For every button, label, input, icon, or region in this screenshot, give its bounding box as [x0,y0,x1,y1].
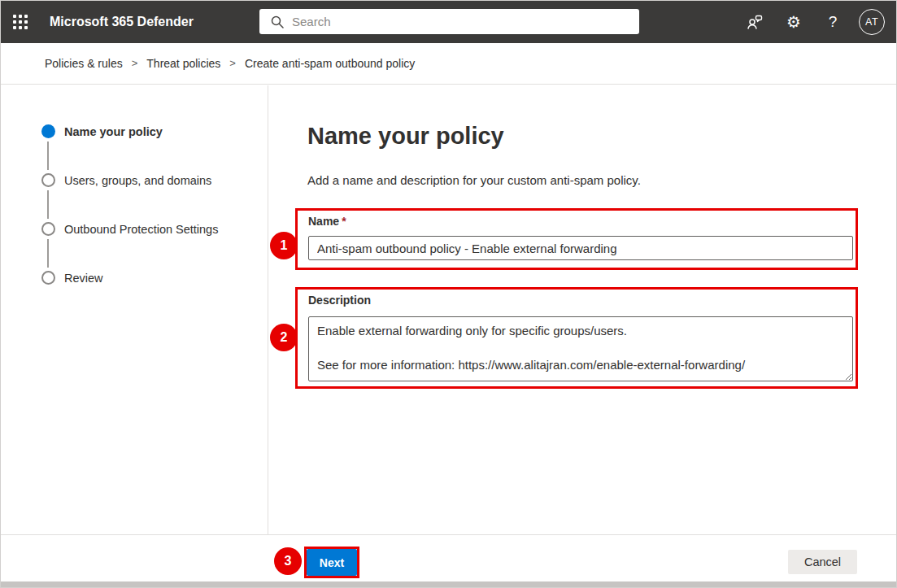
name-field-annotation-box: Name* [295,208,858,270]
footer-divider [1,534,896,535]
feedback-icon[interactable] [735,1,774,43]
breadcrumb-current-page: Create anti-spam outbound policy [245,57,415,70]
top-bar-actions: ⚙ ? AT [735,1,891,43]
page: Microsoft 365 Defender ⚙ ? [0,0,897,588]
policy-description-textarea[interactable]: Enable external forwarding only for spec… [308,316,853,381]
avatar[interactable]: AT [859,9,885,35]
annotation-badge-3: 3 [274,547,302,575]
wizard-step-name-your-policy[interactable]: Name your policy [41,124,163,138]
step-pending-dot-icon [41,222,55,236]
next-button[interactable]: Next [307,549,357,576]
step-connector-line [47,190,49,219]
breadcrumb-separator-icon: > [132,57,138,69]
wizard-step-review[interactable]: Review [41,271,103,285]
next-button-annotation-box: Next [304,547,359,578]
app-launcher-icon[interactable] [1,1,40,43]
breadcrumb: Policies & rules > Threat policies > Cre… [1,43,896,85]
page-subtitle: Add a name and description for your cust… [307,173,641,187]
step-connector-line [47,239,49,268]
annotation-badge-1: 1 [270,232,298,259]
search-icon [271,15,284,28]
step-active-dot-icon [41,124,55,138]
description-field-label: Description [308,294,371,307]
breadcrumb-policies-rules[interactable]: Policies & rules [45,57,123,70]
breadcrumb-separator-icon: > [229,57,236,69]
settings-gear-icon[interactable]: ⚙ [774,1,813,43]
global-search[interactable] [259,9,639,34]
app-title: Microsoft 365 Defender [50,15,194,29]
top-bar: Microsoft 365 Defender ⚙ ? [1,1,896,43]
annotation-badge-2: 2 [270,324,298,351]
wizard-step-outbound-protection-settings[interactable]: Outbound Protection Settings [41,222,218,236]
window-bottom-edge [1,581,896,587]
wizard-step-users-groups-domains[interactable]: Users, groups, and domains [41,173,211,187]
required-asterisk: * [342,215,346,228]
step-pending-dot-icon [41,173,55,187]
account-menu[interactable]: AT [852,1,891,43]
name-field-label: Name* [308,215,346,228]
main-content-header: Name your policy Add a name and descript… [307,120,812,152]
wizard-steps-panel: Name your policy Users, groups, and doma… [1,85,268,534]
page-title: Name your policy [307,120,812,152]
policy-name-input[interactable] [308,236,853,260]
description-field-annotation-box: Description Enable external forwarding o… [295,287,858,389]
help-icon[interactable]: ? [813,1,852,43]
search-input[interactable] [292,15,631,28]
step-pending-dot-icon [41,271,55,285]
breadcrumb-threat-policies[interactable]: Threat policies [146,57,220,70]
cancel-button[interactable]: Cancel [788,550,857,574]
step-connector-line [47,142,49,170]
